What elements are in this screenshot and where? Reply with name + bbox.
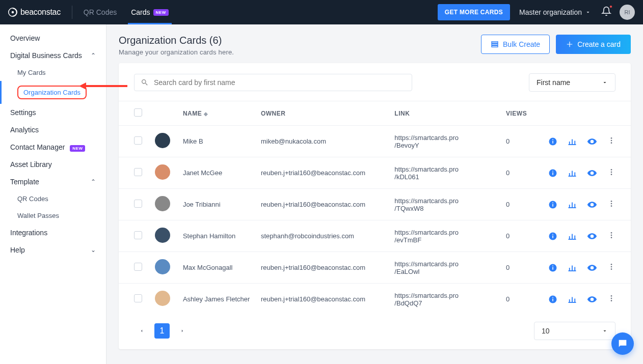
sidebar-item-organization-cards[interactable]: Organization Cards: [0, 81, 106, 104]
page-size-select[interactable]: 10: [534, 322, 615, 340]
col-link[interactable]: LINK: [389, 101, 501, 126]
analytics-button[interactable]: [568, 232, 577, 241]
view-button[interactable]: [587, 263, 597, 273]
bulk-create-button[interactable]: Bulk Create: [481, 35, 550, 54]
chevron-left-icon: [139, 328, 144, 333]
info-button[interactable]: [548, 232, 557, 241]
info-button[interactable]: [548, 200, 557, 209]
more-menu-button[interactable]: [607, 168, 615, 178]
svg-point-28: [611, 174, 612, 175]
svg-point-26: [611, 169, 612, 171]
notifications-button[interactable]: [601, 6, 611, 18]
row-link[interactable]: https://smartcards.pro/BdQdQ7: [389, 284, 501, 315]
sidebar-item-asset-library[interactable]: Asset Library: [0, 156, 106, 173]
search-input[interactable]: [154, 78, 406, 87]
row-link[interactable]: https://smartcards.pro/evTmBF: [389, 220, 501, 252]
select-all-checkbox[interactable]: [134, 108, 142, 117]
kebab-icon: [607, 200, 615, 208]
avatar-initials-text: RI: [625, 9, 630, 15]
view-button[interactable]: [587, 294, 597, 304]
page-header: Organization Cards (6) Manage your organ…: [119, 35, 631, 56]
svg-rect-9: [552, 139, 553, 140]
row-link[interactable]: https://smartcards.pro/TQwxW8: [389, 189, 501, 220]
row-link[interactable]: https://smartcards.pro/kDL061: [389, 157, 501, 189]
row-checkbox[interactable]: [134, 231, 142, 239]
sidebar-dbc-label: Digital Business Cards: [10, 51, 82, 60]
pager-next[interactable]: [175, 323, 190, 339]
sidebar-item-help[interactable]: Help ⌄: [0, 241, 106, 259]
analytics-button[interactable]: [568, 295, 577, 304]
row-link[interactable]: https://smartcards.pro/EaLOwl: [389, 252, 501, 284]
col-views[interactable]: VIEWS: [501, 101, 535, 126]
more-menu-button[interactable]: [607, 200, 615, 209]
row-checkbox[interactable]: [134, 136, 142, 145]
view-button[interactable]: [587, 231, 597, 241]
sidebar-item-template-qr[interactable]: QR Codes: [0, 190, 106, 207]
more-menu-button[interactable]: [607, 263, 615, 272]
more-menu-button[interactable]: [607, 136, 615, 146]
tab-qr-codes[interactable]: QR Codes: [84, 0, 117, 24]
sidebar-item-settings[interactable]: Settings: [0, 104, 106, 121]
more-menu-button[interactable]: [607, 294, 615, 304]
bar-chart-icon: [568, 137, 577, 146]
row-views: 0: [501, 252, 535, 284]
info-button[interactable]: [548, 263, 557, 272]
view-button[interactable]: [587, 168, 597, 178]
brand-name: beaconstac: [20, 8, 61, 17]
tab-cards[interactable]: Cards NEW: [131, 0, 169, 24]
user-avatar[interactable]: RI: [620, 5, 635, 20]
help-chat-button[interactable]: [611, 332, 634, 355]
row-link[interactable]: https://smartcards.pro/BevoyY: [389, 126, 501, 157]
info-icon: [548, 200, 557, 209]
sidebar-item-dbc[interactable]: Digital Business Cards ⌃: [0, 47, 106, 64]
get-more-cards-button[interactable]: GET MORE CARDS: [438, 4, 510, 20]
analytics-button[interactable]: [568, 137, 577, 146]
cards-table: NAME◆ OWNER LINK VIEWS Mike Bmikeb@nukac…: [119, 101, 631, 315]
sidebar-item-template-wallet[interactable]: Wallet Passes: [0, 207, 106, 224]
row-checkbox[interactable]: [134, 263, 142, 271]
search-input-container[interactable]: [134, 74, 412, 91]
cards-panel: First name NAME◆ OWNER LINK VIEWS: [119, 63, 631, 349]
row-checkbox[interactable]: [134, 168, 142, 176]
row-views: 0: [501, 284, 535, 315]
pager-prev[interactable]: [134, 323, 149, 339]
sidebar-item-my-cards[interactable]: My Cards: [0, 64, 106, 81]
sidebar-item-contact-manager[interactable]: Contact Manager NEW: [0, 138, 106, 156]
sidebar-overview-label: Overview: [10, 34, 40, 42]
view-button[interactable]: [587, 136, 597, 147]
svg-point-27: [611, 172, 612, 173]
sidebar-item-overview[interactable]: Overview: [0, 30, 106, 47]
kebab-icon: [607, 263, 615, 271]
info-button[interactable]: [548, 295, 557, 304]
main-content: Organization Cards (6) Manage your organ…: [106, 24, 643, 364]
row-owner: stephanh@robcoindustries.com: [256, 220, 389, 252]
svg-rect-53: [552, 265, 553, 266]
sidebar-item-template[interactable]: Template ⌃: [0, 173, 106, 190]
chevron-down-icon: ⌄: [91, 246, 96, 254]
more-menu-button[interactable]: [607, 231, 615, 241]
org-selector[interactable]: Master organization: [519, 8, 591, 16]
col-name[interactable]: NAME◆: [178, 101, 256, 126]
analytics-button[interactable]: [568, 200, 577, 209]
view-button[interactable]: [587, 200, 597, 210]
create-card-button[interactable]: Create a card: [556, 35, 631, 54]
svg-point-15: [611, 137, 612, 139]
kebab-icon: [607, 294, 615, 302]
sidebar-item-analytics[interactable]: Analytics: [0, 121, 106, 138]
pager-page-1[interactable]: 1: [154, 323, 170, 339]
tab-cards-label: Cards: [131, 8, 150, 16]
sidebar-contact-mgr-label: Contact Manager NEW: [10, 143, 85, 151]
analytics-button[interactable]: [568, 169, 577, 178]
row-checkbox[interactable]: [134, 200, 142, 208]
row-checkbox[interactable]: [134, 294, 142, 302]
brand-logo[interactable]: beaconstac: [8, 8, 61, 17]
info-button[interactable]: [548, 169, 557, 178]
sidebar-item-integrations[interactable]: Integrations: [0, 224, 106, 241]
info-icon: [548, 232, 557, 241]
chevron-down-icon: [585, 9, 591, 15]
sort-select[interactable]: First name: [529, 73, 615, 92]
col-owner[interactable]: OWNER: [256, 101, 389, 126]
caret-down-icon: [602, 79, 608, 86]
info-button[interactable]: [548, 137, 557, 146]
analytics-button[interactable]: [568, 263, 577, 272]
